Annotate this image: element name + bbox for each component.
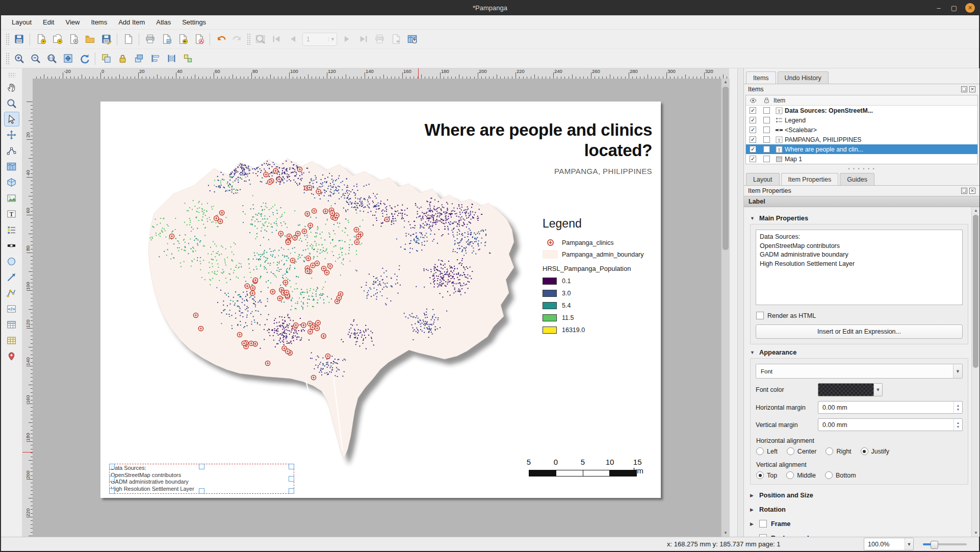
items-tree-row[interactable]: ✓ Legend bbox=[746, 115, 977, 125]
panel-resize-handle[interactable]: • • • • • • bbox=[744, 166, 979, 171]
float-panel-icon[interactable]: ❏ bbox=[961, 86, 967, 92]
properties-tab-guides[interactable]: Guides bbox=[840, 173, 874, 185]
items-tree-row[interactable]: ✓ Map 1 bbox=[746, 154, 977, 164]
items-tree-row[interactable]: ✓ <Scalebar> bbox=[746, 125, 977, 135]
scroll-thumb[interactable] bbox=[723, 87, 729, 250]
items-tree-row[interactable]: ✓ T PAMPANGA, PHILIPPINES bbox=[746, 135, 977, 144]
group-items-button[interactable] bbox=[98, 51, 114, 66]
visibility-checkbox[interactable]: ✓ bbox=[750, 136, 756, 143]
selection-handle[interactable] bbox=[199, 464, 204, 469]
chevron-down-icon[interactable]: ▼ bbox=[874, 383, 883, 396]
add-picture-tool[interactable] bbox=[4, 191, 19, 206]
zoom-actual-button[interactable]: 1:1 bbox=[44, 51, 59, 66]
selection-handle[interactable] bbox=[289, 464, 294, 469]
atlas-page-spinbox[interactable]: 1▼ bbox=[302, 33, 337, 46]
add-shape-tool[interactable] bbox=[4, 254, 19, 269]
horizontal-alignment-justify-radio[interactable]: Justify bbox=[861, 447, 889, 455]
vertical-alignment-middle-radio[interactable]: Middle bbox=[786, 471, 816, 479]
items-tree-row[interactable]: ✓ T Where are people and clin... bbox=[746, 144, 977, 154]
distribute-items-button[interactable] bbox=[164, 51, 179, 66]
minimize-button[interactable]: – bbox=[935, 4, 943, 12]
zoom-in-button[interactable] bbox=[11, 51, 27, 66]
new-layout-button[interactable]: ✶ bbox=[33, 32, 48, 47]
move-item-content-tool[interactable] bbox=[4, 128, 19, 142]
close-panel-icon[interactable]: ✕ bbox=[969, 86, 975, 92]
font-color-swatch[interactable] bbox=[818, 383, 874, 396]
font-button[interactable]: Font▼ bbox=[756, 364, 963, 379]
lock-checkbox[interactable] bbox=[763, 136, 770, 143]
scroll-thumb[interactable] bbox=[973, 215, 978, 368]
properties-tab-layout[interactable]: Layout bbox=[746, 173, 780, 185]
menu-add-item[interactable]: Add Item bbox=[113, 16, 150, 28]
appearance-expander[interactable]: ▼Appearance bbox=[750, 348, 968, 356]
scroll-up-icon[interactable]: ▲ bbox=[972, 207, 980, 214]
selection-handle[interactable] bbox=[109, 464, 115, 469]
previous-feature-button[interactable] bbox=[285, 32, 300, 47]
menu-view[interactable]: View bbox=[60, 16, 85, 28]
scroll-up-icon[interactable]: ▲ bbox=[721, 79, 730, 86]
section-checkbox[interactable] bbox=[759, 520, 767, 528]
zoom-full-button[interactable] bbox=[60, 51, 75, 66]
scroll-down-icon[interactable]: ▼ bbox=[972, 530, 980, 537]
layout-manager-button[interactable] bbox=[66, 32, 81, 47]
visibility-checkbox[interactable]: ✓ bbox=[750, 156, 756, 162]
section-frame[interactable]: ▶ Frame bbox=[750, 520, 968, 528]
visibility-checkbox[interactable]: ✓ bbox=[750, 107, 756, 114]
open-layout-button[interactable] bbox=[82, 32, 97, 47]
float-panel-icon[interactable]: ❏ bbox=[961, 188, 967, 194]
zoom-slider-handle[interactable] bbox=[931, 541, 938, 549]
menu-items[interactable]: Items bbox=[85, 16, 113, 28]
selection-handle[interactable] bbox=[289, 476, 294, 482]
selection-handle[interactable] bbox=[109, 488, 115, 494]
selection-handle[interactable] bbox=[289, 488, 294, 494]
canvas-vertical-scrollbar[interactable]: ▲ ▼ bbox=[721, 79, 730, 537]
lock-checkbox[interactable] bbox=[763, 117, 770, 123]
print-button[interactable] bbox=[142, 32, 158, 47]
layout-canvas[interactable]: Where are people and clinics located? PA… bbox=[33, 79, 729, 537]
horizontal-alignment-center-radio[interactable]: Center bbox=[787, 447, 817, 455]
items-tree-row[interactable]: ✓ T Data Sources: OpenStreetM... bbox=[746, 106, 977, 115]
label-text-input[interactable]: Data Sources: OpenStreetMap contributors… bbox=[756, 230, 963, 305]
first-feature-button[interactable] bbox=[269, 32, 284, 47]
redo-button[interactable] bbox=[229, 32, 245, 47]
dock-tab-undo-history[interactable]: Undo History bbox=[778, 71, 829, 84]
map-legend[interactable]: LegendPampanga_clinicsPampanga_admin_bou… bbox=[543, 217, 657, 339]
align-items-button[interactable] bbox=[147, 51, 163, 66]
add-node-item-tool[interactable] bbox=[4, 286, 19, 300]
zoom-out-button[interactable] bbox=[28, 51, 43, 66]
insert-expression-button[interactable]: Insert or Edit an Expression... bbox=[756, 324, 963, 339]
vertical-alignment-top-radio[interactable]: Top bbox=[756, 471, 777, 479]
select-move-item-tool[interactable] bbox=[4, 112, 19, 127]
dock-tab-items[interactable]: Items bbox=[746, 71, 776, 84]
close-button[interactable]: ✕ bbox=[965, 3, 975, 13]
section-position-and-size[interactable]: ▶ Position and Size bbox=[750, 491, 968, 499]
add-attribute-table-tool[interactable] bbox=[4, 317, 19, 332]
add-legend-tool[interactable] bbox=[4, 222, 19, 237]
visibility-checkbox[interactable]: ✓ bbox=[750, 127, 756, 133]
properties-tab-item-properties[interactable]: Item Properties bbox=[781, 173, 839, 185]
map-title-label[interactable]: Where are people and clinics located? bbox=[423, 120, 652, 161]
map-subtitle-label[interactable]: PAMPANGA, PHILIPPINES bbox=[423, 167, 652, 175]
zoom-tool[interactable] bbox=[4, 96, 19, 111]
add-arrow-tool[interactable] bbox=[4, 270, 19, 285]
render-as-html-checkbox[interactable] bbox=[756, 312, 764, 319]
lock-checkbox[interactable] bbox=[763, 127, 770, 133]
close-panel-icon[interactable]: ✕ bbox=[969, 188, 975, 194]
vertical-alignment-bottom-radio[interactable]: Bottom bbox=[825, 471, 856, 479]
spinner-arrows-icon[interactable]: ▲▼ bbox=[953, 419, 962, 431]
last-feature-button[interactable] bbox=[355, 32, 371, 47]
preview-atlas-button[interactable] bbox=[252, 32, 268, 47]
zoom-level-combobox[interactable]: 100.0% ▼ bbox=[864, 538, 914, 550]
lock-checkbox[interactable] bbox=[763, 146, 770, 153]
refresh-view-button[interactable] bbox=[76, 51, 92, 66]
horizontal-alignment-right-radio[interactable]: Right bbox=[826, 447, 851, 455]
save-project-button[interactable] bbox=[11, 32, 27, 47]
add-fixed-table-tool[interactable] bbox=[4, 333, 19, 348]
menu-settings[interactable]: Settings bbox=[176, 16, 212, 28]
horizontal-margin-spinbox[interactable]: 0.00 mm▲▼ bbox=[818, 401, 963, 414]
export-atlas-button[interactable] bbox=[388, 32, 403, 47]
data-sources-label-selected[interactable]: Data Sources: OpenStreetMap contributors… bbox=[109, 464, 294, 494]
scroll-down-icon[interactable]: ▼ bbox=[721, 530, 730, 537]
print-atlas-button[interactable] bbox=[372, 32, 387, 47]
undo-button[interactable] bbox=[213, 32, 228, 47]
